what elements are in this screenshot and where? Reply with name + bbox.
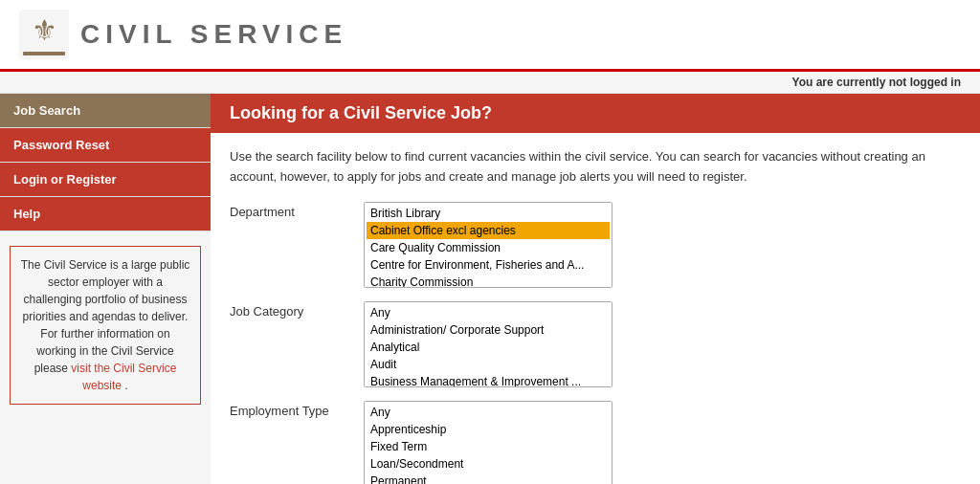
job-category-control: Any Administration/ Corporate Support An… bbox=[364, 301, 961, 387]
sidebar-info-text1: The Civil Service is a large public sect… bbox=[21, 258, 190, 375]
header: ⚜ CIVIL SERVICE bbox=[0, 0, 980, 72]
department-control: British Library Cabinet Office excl agen… bbox=[364, 202, 961, 288]
jcat-option-admin: Administration/ Corporate Support bbox=[367, 321, 610, 339]
employment-type-row: Employment Type Any Apprenticeship Fixed… bbox=[230, 401, 961, 484]
emp-option-loan-secondment: Loan/Secondment bbox=[367, 455, 610, 473]
emp-option-fixed-term: Fixed Term bbox=[367, 438, 610, 455]
sidebar: Job Search Password Reset Login or Regis… bbox=[0, 94, 211, 484]
site-logo-text: CIVIL SERVICE bbox=[80, 19, 347, 50]
sidebar-info-box: The Civil Service is a large public sect… bbox=[10, 246, 201, 405]
employment-type-control: Any Apprenticeship Fixed Term Loan/Secon… bbox=[364, 401, 961, 484]
dept-option-centre-env: Centre for Environment, Fisheries and A.… bbox=[367, 256, 610, 274]
sidebar-item-help[interactable]: Help bbox=[0, 197, 211, 231]
login-status-bar: You are currently not logged in bbox=[0, 72, 980, 94]
department-select[interactable]: British Library Cabinet Office excl agen… bbox=[364, 202, 612, 288]
dept-option-british-library: British Library bbox=[367, 205, 610, 222]
svg-rect-2 bbox=[23, 52, 65, 55]
main-content: Looking for a Civil Service Job? Use the… bbox=[211, 94, 980, 484]
employment-type-label: Employment Type bbox=[230, 401, 364, 418]
intro-text: Use the search facility below to find cu… bbox=[211, 147, 980, 202]
emp-option-any: Any bbox=[367, 404, 610, 421]
sidebar-info-text2: . bbox=[124, 379, 127, 392]
logo-area: ⚜ CIVIL SERVICE bbox=[19, 10, 347, 59]
page-layout: Job Search Password Reset Login or Regis… bbox=[0, 94, 980, 484]
department-label: Department bbox=[230, 202, 364, 219]
job-category-select[interactable]: Any Administration/ Corporate Support An… bbox=[364, 301, 612, 387]
sidebar-item-login-register[interactable]: Login or Register bbox=[0, 163, 211, 197]
employment-type-select[interactable]: Any Apprenticeship Fixed Term Loan/Secon… bbox=[364, 401, 612, 484]
login-status-text: You are currently not logged in bbox=[792, 76, 961, 89]
emp-option-apprenticeship: Apprenticeship bbox=[367, 421, 610, 438]
jcat-option-any: Any bbox=[367, 304, 610, 321]
emp-option-permanent: Permanent bbox=[367, 473, 610, 484]
jcat-option-business-mgmt: Business Management & Improvement ... bbox=[367, 373, 610, 387]
jcat-option-analytical: Analytical bbox=[367, 339, 610, 356]
job-category-row: Job Category Any Administration/ Corpora… bbox=[230, 301, 961, 387]
jcat-option-audit: Audit bbox=[367, 356, 610, 373]
page-heading: Looking for a Civil Service Job? bbox=[211, 94, 980, 133]
intro-paragraph: Use the search facility below to find cu… bbox=[230, 149, 925, 184]
sidebar-item-job-search[interactable]: Job Search bbox=[0, 94, 211, 128]
crest-icon: ⚜ bbox=[19, 10, 69, 59]
dept-option-charity-commission: Charity Commission bbox=[367, 274, 610, 288]
sidebar-item-password-reset[interactable]: Password Reset bbox=[0, 128, 211, 163]
page-heading-text: Looking for a Civil Service Job? bbox=[230, 103, 492, 122]
dept-option-cabinet-office: Cabinet Office excl agencies bbox=[367, 222, 610, 239]
dept-option-care-quality: Care Quality Commission bbox=[367, 239, 610, 256]
department-row: Department British Library Cabinet Offic… bbox=[230, 202, 961, 288]
job-category-label: Job Category bbox=[230, 301, 364, 319]
svg-text:⚜: ⚜ bbox=[32, 14, 57, 46]
search-form: Department British Library Cabinet Offic… bbox=[211, 202, 980, 484]
